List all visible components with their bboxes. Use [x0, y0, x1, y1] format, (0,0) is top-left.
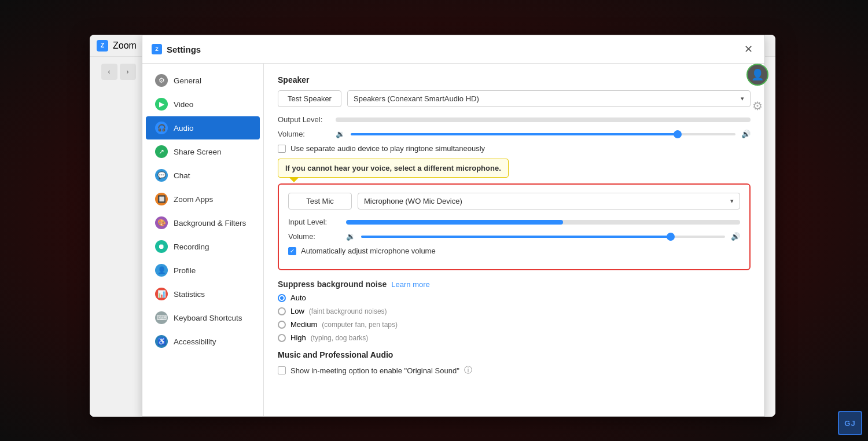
back-button[interactable]: ‹: [101, 64, 117, 80]
noise-auto-label: Auto: [290, 293, 306, 302]
sidebar-label-zoom-apps: Zoom Apps: [174, 195, 213, 204]
separate-audio-row: Use separate audio device to play ringto…: [278, 144, 751, 153]
sidebar-label-share-screen: Share Screen: [174, 148, 222, 156]
learn-more-link[interactable]: Learn more: [391, 280, 429, 289]
mic-volume-thumb: [667, 233, 675, 241]
separate-audio-label: Use separate audio device to play ringto…: [290, 144, 485, 153]
keyboard-icon: ⌨: [155, 311, 168, 324]
tooltip-box: If you cannot hear your voice, select a …: [278, 159, 509, 178]
auto-adjust-label: Automatically adjust microphone volume: [301, 247, 436, 255]
nav-arrows: ‹ ›: [101, 64, 136, 80]
sidebar-label-statistics: Statistics: [174, 290, 205, 299]
video-icon: ▶: [155, 98, 168, 111]
noise-medium-label: Medium: [290, 320, 317, 329]
background-icon: 🎨: [155, 216, 168, 229]
accessibility-icon: ♿: [155, 335, 168, 348]
mic-device-label: Microphone (WO Mic Device): [364, 197, 462, 205]
mic-dropdown-arrow-icon: ▾: [730, 197, 734, 205]
noise-low-label: Low: [290, 307, 304, 315]
auto-adjust-checkbox[interactable]: ✓: [288, 247, 296, 255]
sidebar-label-general: General: [174, 76, 201, 85]
settings-title-text: Settings: [167, 45, 201, 54]
input-level-fill: [346, 220, 563, 225]
input-level-track: [346, 220, 740, 225]
sidebar-item-zoom-apps[interactable]: 🔲 Zoom Apps: [146, 188, 260, 211]
sidebar-item-chat[interactable]: 💬 Chat: [146, 164, 260, 187]
mic-control-row: Test Mic Microphone (WO Mic Device) ▾: [288, 193, 740, 210]
noise-auto-radio[interactable]: [278, 294, 286, 302]
input-level-row: Input Level:: [288, 218, 740, 226]
mic-section: Test Mic Microphone (WO Mic Device) ▾ In…: [278, 183, 751, 270]
gj-badge: GJ: [838, 411, 862, 435]
right-panel: 👤 ⚙: [746, 64, 768, 115]
sidebar-item-background[interactable]: 🎨 Background & Filters: [146, 211, 260, 234]
speaker-device-dropdown[interactable]: Speakers (Conexant SmartAudio HD) ▾: [347, 90, 751, 107]
mic-device-dropdown[interactable]: Microphone (WO Mic Device) ▾: [358, 193, 740, 210]
sidebar-item-accessibility[interactable]: ♿ Accessibility: [146, 330, 260, 353]
noise-high-label: High: [290, 333, 306, 342]
sidebar-label-accessibility: Accessibility: [174, 337, 216, 346]
test-mic-button[interactable]: Test Mic: [288, 193, 352, 210]
mic-volume-track[interactable]: [361, 236, 725, 238]
speaker-device-label: Speakers (Conexant SmartAudio HD): [354, 94, 479, 103]
tooltip-container: If you cannot hear your voice, select a …: [278, 159, 751, 182]
noise-radio-group: Auto Low (faint background noises) Mediu…: [278, 293, 751, 342]
dropdown-arrow-icon: ▾: [741, 95, 744, 102]
zoom-apps-icon: 🔲: [155, 193, 168, 205]
speaker-volume-track[interactable]: [351, 133, 735, 135]
settings-content: Speaker Test Speaker Speakers (Conexant …: [264, 64, 764, 416]
info-icon: ⓘ: [464, 365, 472, 376]
mic-volume-label: Volume:: [288, 232, 340, 241]
general-icon: ⚙: [155, 74, 168, 87]
left-nav: ‹ ›: [90, 57, 148, 417]
mic-volume-fill: [361, 236, 671, 238]
sidebar-item-statistics[interactable]: 📊 Statistics: [146, 282, 260, 306]
music-audio-label: Music and Professional Audio: [278, 350, 751, 359]
settings-title-area: Z Settings: [152, 44, 201, 54]
noise-option-medium: Medium (computer fan, pen taps): [278, 320, 751, 329]
sidebar-item-keyboard[interactable]: ⌨ Keyboard Shortcuts: [146, 306, 260, 329]
output-level-label: Output Level:: [278, 115, 330, 124]
mic-volume-row: Volume: 🔉 🔊: [288, 232, 740, 241]
noise-medium-sub: (computer fan, pen taps): [322, 321, 398, 329]
settings-header: Z Settings ✕: [142, 35, 764, 64]
separate-audio-checkbox[interactable]: [278, 145, 286, 153]
noise-medium-radio[interactable]: [278, 321, 286, 329]
sidebar-label-chat: Chat: [174, 171, 190, 180]
noise-option-auto: Auto: [278, 293, 751, 302]
main-area: ‹ › Z Settings ✕ ⚙ General: [90, 57, 775, 417]
sidebar-label-recording: Recording: [174, 242, 209, 251]
settings-logo-icon: Z: [152, 44, 162, 54]
sidebar-label-profile: Profile: [174, 266, 196, 275]
forward-button[interactable]: ›: [120, 64, 136, 80]
sidebar-item-share-screen[interactable]: ↗ Share Screen: [146, 140, 260, 163]
speaker-volume-row: Volume: 🔉 🔊: [278, 130, 751, 138]
sidebar-label-audio: Audio: [174, 124, 194, 133]
settings-close-button[interactable]: ✕: [741, 42, 755, 56]
original-sound-checkbox[interactable]: [278, 366, 286, 374]
mic-vol-low-icon: 🔉: [346, 232, 355, 241]
settings-sidebar: ⚙ General ▶ Video 🎧 Audio ↗ Share Screen: [142, 64, 264, 416]
sidebar-item-general[interactable]: ⚙ General: [146, 69, 260, 92]
avatar: 👤: [746, 64, 768, 86]
speaker-volume-fill: [351, 133, 678, 135]
settings-body: ⚙ General ▶ Video 🎧 Audio ↗ Share Screen: [142, 64, 764, 416]
test-speaker-button[interactable]: Test Speaker: [278, 90, 341, 107]
gear-button[interactable]: ⚙: [749, 97, 766, 115]
volume-high-icon: 🔊: [741, 130, 751, 138]
speaker-volume-thumb: [674, 130, 682, 138]
sidebar-item-video[interactable]: ▶ Video: [146, 93, 260, 116]
sidebar-item-profile[interactable]: 👤 Profile: [146, 259, 260, 282]
noise-high-sub: (typing, dog barks): [311, 334, 368, 342]
noise-high-radio[interactable]: [278, 334, 286, 342]
sidebar-item-audio[interactable]: 🎧 Audio: [146, 116, 260, 139]
audio-icon: 🎧: [155, 122, 168, 134]
title-bar-left: Z Zoom: [97, 40, 137, 52]
noise-low-radio[interactable]: [278, 307, 286, 315]
sidebar-label-video: Video: [174, 100, 193, 109]
chat-icon: 💬: [155, 169, 168, 182]
noise-low-sub: (faint background noises): [309, 307, 387, 315]
sidebar-label-background: Background & Filters: [174, 219, 246, 227]
input-level-label: Input Level:: [288, 218, 340, 226]
sidebar-item-recording[interactable]: ⏺ Recording: [146, 235, 260, 258]
